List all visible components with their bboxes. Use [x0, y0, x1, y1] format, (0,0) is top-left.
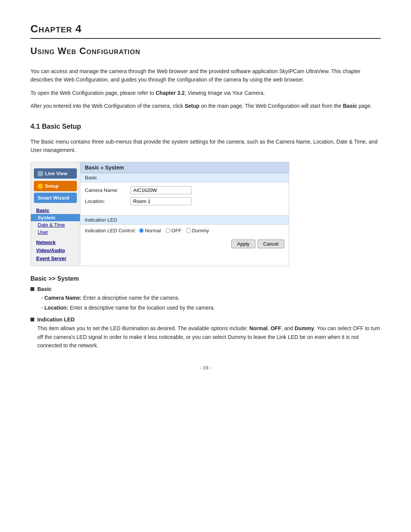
chapter-heading: Chapter 4 [30, 23, 381, 39]
ui-main: Basic » System Basic Camera Name: Locati… [80, 162, 289, 266]
location-text: Enter a descriptive name for the locatio… [68, 305, 215, 311]
live-view-button[interactable]: Live View [34, 168, 77, 179]
sidebar-item-basic-category[interactable]: Basic [31, 206, 80, 214]
page-number: - 19 - [30, 365, 381, 371]
bullet-led-section: Indication LED This item allows you to s… [30, 316, 381, 350]
sidebar-item-system[interactable]: System [31, 214, 80, 221]
intro-para2-suffix: , Viewing Image via Your Camera. [185, 90, 265, 96]
bullet-basic-section: Basic Camera Name: Enter a descriptive n… [30, 286, 381, 312]
sidebar-item-event-server[interactable]: Event Server [31, 254, 80, 262]
bullet-square-basic [30, 287, 34, 291]
live-view-label: Live View [45, 171, 67, 176]
camera-name-input[interactable] [131, 186, 191, 194]
location-label: Location: [85, 198, 131, 204]
ui-breadcrumb-bar: Basic » System [80, 162, 289, 173]
led-normal-label: Normal [145, 228, 161, 233]
subsub-title: Basic >> System [30, 275, 381, 282]
intro-para3-prefix: After you entered into the Web Configura… [30, 103, 185, 109]
location-input[interactable] [131, 197, 191, 205]
bullet-led-header: Indication LED [30, 316, 381, 323]
smart-wizard-label: Smart Wizard [38, 195, 69, 201]
intro-para3-mid: on the main page. The Web Configuration … [199, 103, 343, 109]
bullet-location: Location: Enter a descriptive name for t… [30, 304, 381, 312]
ui-screenshot: Live View Setup Smart Wizard Basic Syste… [30, 162, 289, 266]
led-body-text: This item allows you to set the LED illu… [30, 324, 381, 350]
cam-name-bold: Camera Name: [45, 295, 82, 301]
ui-button-row: Apply Cancel [80, 236, 289, 251]
intro-para2: To open the Web Configuration page, plea… [30, 89, 381, 97]
intro-para3-bold2: Basic [343, 103, 357, 109]
intro-para3: After you entered into the Web Configura… [30, 102, 381, 110]
location-bold: Location: [45, 305, 68, 311]
led-dummy-label: Dummy [192, 228, 209, 233]
intro-para1: You can access and manage the camera thr… [30, 67, 381, 84]
sidebar-item-user[interactable]: User [31, 228, 80, 236]
camera-name-row: Camera Name: [85, 186, 284, 194]
led-control-label: Indication LED Control: [85, 228, 136, 233]
subsection-title: 4.1 Basic Setup [30, 123, 381, 131]
led-off-option[interactable]: OFF [166, 228, 182, 233]
basic-description: The Basic menu contains three sub-menus … [30, 137, 381, 155]
bullet-square-led [30, 318, 34, 321]
cam-name-text: Enter a descriptive name for the camera. [82, 295, 180, 301]
setup-label: Setup [45, 183, 59, 189]
section-heading: Using Web Configuration [30, 46, 381, 56]
led-normal-option[interactable]: Normal [139, 228, 161, 233]
bullet-cam-name: Camera Name: Enter a descriptive name fo… [30, 294, 381, 302]
led-off-radio[interactable] [166, 228, 170, 233]
intro-para3-bold1: Setup [185, 103, 199, 109]
led-dummy-radio[interactable] [186, 228, 191, 233]
ui-indication-bar: Indication LED [80, 215, 289, 225]
live-view-icon [38, 171, 43, 176]
bullet-basic-label: Basic [37, 286, 51, 292]
led-radio-group: Normal OFF Dummy [139, 228, 209, 233]
ui-led-row: Indication LED Control: Normal OFF Dummy [80, 225, 289, 236]
bullet-basic-header: Basic [30, 286, 381, 292]
camera-name-label: Camera Name: [85, 187, 131, 193]
sidebar-item-datetime[interactable]: Date & Time [31, 221, 80, 228]
intro-para2-prefix: To open the Web Configuration page, plea… [30, 90, 156, 96]
sidebar-item-video-audio[interactable]: Video/Audio [31, 246, 80, 254]
location-row: Location: [85, 197, 284, 205]
apply-button[interactable]: Apply [231, 240, 255, 248]
led-off-label: OFF [172, 228, 182, 233]
sidebar-item-network[interactable]: Network [31, 238, 80, 246]
led-normal-radio[interactable] [139, 228, 144, 233]
intro-para3-suffix: page. [357, 103, 372, 109]
intro-para2-bold: Chapter 3.2 [156, 90, 185, 96]
ui-sidebar: Live View Setup Smart Wizard Basic Syste… [31, 162, 80, 266]
ui-form-area: Camera Name: Location: [80, 182, 289, 212]
setup-button[interactable]: Setup [34, 181, 77, 191]
led-dummy-option[interactable]: Dummy [186, 228, 209, 233]
bullet-led-label: Indication LED [37, 316, 75, 323]
ui-section-bar: Basic [80, 173, 289, 182]
setup-icon [38, 184, 43, 189]
smart-wizard-button[interactable]: Smart Wizard [34, 193, 77, 203]
cancel-button[interactable]: Cancel [258, 240, 284, 248]
